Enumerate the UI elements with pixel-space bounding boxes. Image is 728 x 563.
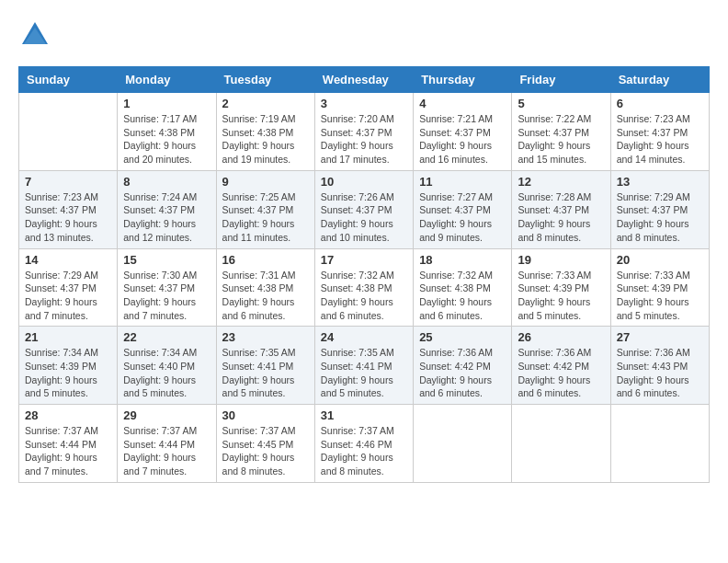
logo-icon [18,18,51,52]
day-number: 14 [25,253,111,267]
calendar-cell: 2Sunrise: 7:19 AM Sunset: 4:38 PM Daylig… [216,93,314,171]
day-number: 27 [617,330,703,344]
calendar-cell: 24Sunrise: 7:35 AM Sunset: 4:41 PM Dayli… [314,327,413,405]
calendar-week-row: 1Sunrise: 7:17 AM Sunset: 4:38 PM Daylig… [19,93,710,171]
day-number: 2 [222,97,309,110]
day-info: Sunrise: 7:28 AM Sunset: 4:37 PM Dayligh… [518,190,604,245]
day-number: 21 [25,330,111,344]
calendar-header-saturday: Saturday [610,67,709,93]
calendar-cell: 4Sunrise: 7:21 AM Sunset: 4:37 PM Daylig… [414,93,512,171]
calendar-cell: 5Sunrise: 7:22 AM Sunset: 4:37 PM Daylig… [512,93,610,171]
day-number: 12 [518,175,604,189]
day-number: 26 [518,330,604,344]
calendar-header-tuesday: Tuesday [216,67,314,93]
day-info: Sunrise: 7:36 AM Sunset: 4:42 PM Dayligh… [419,346,506,400]
day-number: 23 [222,330,309,344]
calendar-cell: 7Sunrise: 7:23 AM Sunset: 4:37 PM Daylig… [19,170,118,248]
calendar-cell: 16Sunrise: 7:31 AM Sunset: 4:38 PM Dayli… [216,248,314,327]
day-info: Sunrise: 7:34 AM Sunset: 4:39 PM Dayligh… [25,346,111,400]
day-number: 6 [617,97,703,110]
day-info: Sunrise: 7:17 AM Sunset: 4:38 PM Dayligh… [123,112,210,167]
calendar-week-row: 21Sunrise: 7:34 AM Sunset: 4:39 PM Dayli… [19,327,710,405]
calendar-cell: 29Sunrise: 7:37 AM Sunset: 4:44 PM Dayli… [118,405,216,483]
calendar-cell: 25Sunrise: 7:36 AM Sunset: 4:42 PM Dayli… [414,327,512,405]
day-info: Sunrise: 7:37 AM Sunset: 4:45 PM Dayligh… [222,424,309,478]
day-info: Sunrise: 7:37 AM Sunset: 4:44 PM Dayligh… [25,424,111,478]
day-info: Sunrise: 7:33 AM Sunset: 4:39 PM Dayligh… [617,269,703,323]
calendar-cell [414,405,512,483]
day-number: 1 [123,97,210,110]
calendar-cell [610,405,709,483]
calendar-cell: 17Sunrise: 7:32 AM Sunset: 4:38 PM Dayli… [314,248,413,327]
day-info: Sunrise: 7:26 AM Sunset: 4:37 PM Dayligh… [321,190,407,245]
calendar-header-thursday: Thursday [414,67,512,93]
day-info: Sunrise: 7:32 AM Sunset: 4:38 PM Dayligh… [419,269,506,323]
calendar-table: SundayMondayTuesdayWednesdayThursdayFrid… [18,66,710,483]
calendar-header-sunday: Sunday [19,67,118,93]
day-info: Sunrise: 7:25 AM Sunset: 4:37 PM Dayligh… [222,190,309,245]
day-number: 18 [419,253,506,267]
day-info: Sunrise: 7:21 AM Sunset: 4:37 PM Dayligh… [419,112,506,167]
day-info: Sunrise: 7:27 AM Sunset: 4:37 PM Dayligh… [419,190,506,245]
calendar-cell: 31Sunrise: 7:37 AM Sunset: 4:46 PM Dayli… [314,405,413,483]
day-info: Sunrise: 7:29 AM Sunset: 4:37 PM Dayligh… [25,269,111,323]
day-number: 30 [222,408,309,422]
day-info: Sunrise: 7:31 AM Sunset: 4:38 PM Dayligh… [222,269,309,323]
logo [18,18,55,52]
day-info: Sunrise: 7:20 AM Sunset: 4:37 PM Dayligh… [321,112,407,167]
calendar-cell: 12Sunrise: 7:28 AM Sunset: 4:37 PM Dayli… [512,170,610,248]
calendar-cell: 19Sunrise: 7:33 AM Sunset: 4:39 PM Dayli… [512,248,610,327]
calendar-cell: 9Sunrise: 7:25 AM Sunset: 4:37 PM Daylig… [216,170,314,248]
calendar-week-row: 28Sunrise: 7:37 AM Sunset: 4:44 PM Dayli… [19,405,710,483]
day-info: Sunrise: 7:36 AM Sunset: 4:43 PM Dayligh… [617,346,703,400]
day-info: Sunrise: 7:35 AM Sunset: 4:41 PM Dayligh… [222,346,309,400]
day-info: Sunrise: 7:24 AM Sunset: 4:37 PM Dayligh… [123,190,210,245]
calendar-cell: 1Sunrise: 7:17 AM Sunset: 4:38 PM Daylig… [118,93,216,171]
day-number: 31 [321,408,407,422]
day-number: 16 [222,253,309,267]
calendar-cell: 20Sunrise: 7:33 AM Sunset: 4:39 PM Dayli… [610,248,709,327]
calendar-cell: 6Sunrise: 7:23 AM Sunset: 4:37 PM Daylig… [610,93,709,171]
day-number: 24 [321,330,407,344]
day-number: 25 [419,330,506,344]
day-info: Sunrise: 7:36 AM Sunset: 4:42 PM Dayligh… [518,346,604,400]
calendar-cell: 3Sunrise: 7:20 AM Sunset: 4:37 PM Daylig… [314,93,413,171]
day-number: 3 [321,97,407,110]
calendar-cell: 13Sunrise: 7:29 AM Sunset: 4:37 PM Dayli… [610,170,709,248]
day-number: 8 [123,175,210,189]
day-info: Sunrise: 7:23 AM Sunset: 4:37 PM Dayligh… [25,190,111,245]
day-number: 22 [123,330,210,344]
calendar-cell: 28Sunrise: 7:37 AM Sunset: 4:44 PM Dayli… [19,405,118,483]
day-info: Sunrise: 7:35 AM Sunset: 4:41 PM Dayligh… [321,346,407,400]
calendar-cell: 8Sunrise: 7:24 AM Sunset: 4:37 PM Daylig… [118,170,216,248]
calendar-cell: 14Sunrise: 7:29 AM Sunset: 4:37 PM Dayli… [19,248,118,327]
page-header [18,18,710,52]
day-info: Sunrise: 7:37 AM Sunset: 4:44 PM Dayligh… [123,424,210,478]
calendar-header-row: SundayMondayTuesdayWednesdayThursdayFrid… [19,67,710,93]
day-info: Sunrise: 7:29 AM Sunset: 4:37 PM Dayligh… [617,190,703,245]
calendar-header-wednesday: Wednesday [314,67,413,93]
day-number: 4 [419,97,506,110]
calendar-header-friday: Friday [512,67,610,93]
day-number: 10 [321,175,407,189]
day-info: Sunrise: 7:23 AM Sunset: 4:37 PM Dayligh… [617,112,703,167]
day-info: Sunrise: 7:30 AM Sunset: 4:37 PM Dayligh… [123,269,210,323]
calendar-cell: 26Sunrise: 7:36 AM Sunset: 4:42 PM Dayli… [512,327,610,405]
day-info: Sunrise: 7:22 AM Sunset: 4:37 PM Dayligh… [518,112,604,167]
day-number: 29 [123,408,210,422]
calendar-cell: 27Sunrise: 7:36 AM Sunset: 4:43 PM Dayli… [610,327,709,405]
calendar-cell [19,93,118,171]
calendar-cell: 22Sunrise: 7:34 AM Sunset: 4:40 PM Dayli… [118,327,216,405]
day-number: 20 [617,253,703,267]
day-number: 13 [617,175,703,189]
calendar-cell: 11Sunrise: 7:27 AM Sunset: 4:37 PM Dayli… [414,170,512,248]
day-number: 15 [123,253,210,267]
day-info: Sunrise: 7:33 AM Sunset: 4:39 PM Dayligh… [518,269,604,323]
day-number: 28 [25,408,111,422]
calendar-cell: 23Sunrise: 7:35 AM Sunset: 4:41 PM Dayli… [216,327,314,405]
calendar-header-monday: Monday [118,67,216,93]
calendar-week-row: 14Sunrise: 7:29 AM Sunset: 4:37 PM Dayli… [19,248,710,327]
calendar-cell: 15Sunrise: 7:30 AM Sunset: 4:37 PM Dayli… [118,248,216,327]
day-info: Sunrise: 7:37 AM Sunset: 4:46 PM Dayligh… [321,424,407,478]
calendar-cell [512,405,610,483]
